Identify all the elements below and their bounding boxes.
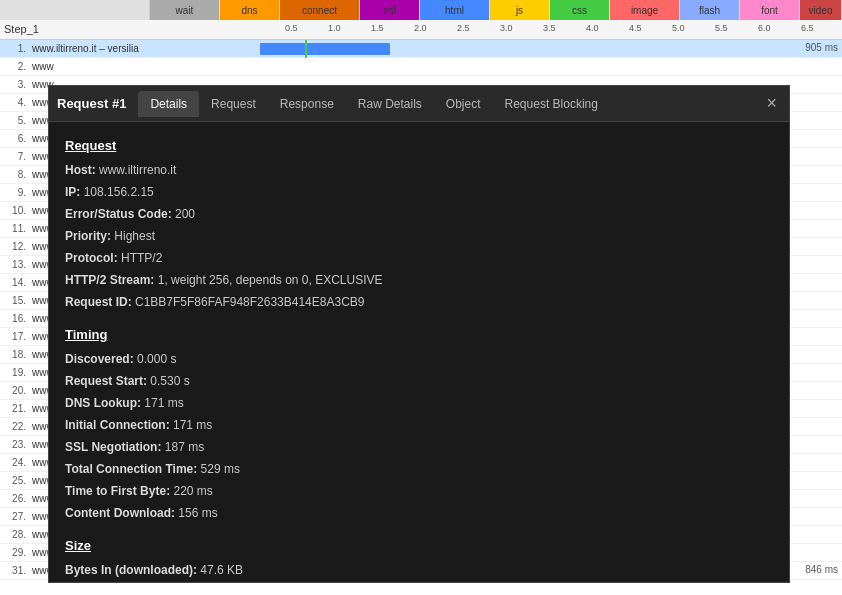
timescale-tick: 2.5: [457, 23, 470, 33]
timing-label: 846 ms: [805, 564, 838, 575]
row-number: 22.: [0, 421, 30, 432]
row-number: 4.: [0, 97, 30, 108]
type-segment-image: image: [610, 0, 680, 20]
row-number: 1.: [0, 43, 30, 54]
row-number: 28.: [0, 529, 30, 540]
modal-close-button[interactable]: ×: [762, 93, 781, 114]
row-number: 8.: [0, 169, 30, 180]
detail-value: HTTP/2: [121, 251, 162, 265]
detail-label: Content Download:: [65, 506, 178, 520]
row-number: 26.: [0, 493, 30, 504]
detail-row: IP: 108.156.2.15: [65, 183, 773, 201]
row-number: 5.: [0, 115, 30, 126]
timescale-tick: 5.0: [672, 23, 685, 33]
modal-tab-object[interactable]: Object: [434, 91, 493, 117]
size-section-title: Size: [65, 538, 773, 553]
row-number: 7.: [0, 151, 30, 162]
row-number: 13.: [0, 259, 30, 270]
type-segment-wait: wait: [150, 0, 220, 20]
modal-body[interactable]: Request Host: www.iltirreno.itIP: 108.15…: [49, 122, 789, 582]
detail-label: Error/Status Code:: [65, 207, 175, 221]
row-number: 2.: [0, 61, 30, 72]
type-segment-video: video: [800, 0, 842, 20]
detail-value: 108.156.2.15: [84, 185, 154, 199]
detail-value: www.iltirreno.it: [99, 163, 176, 177]
type-segment-font: font: [740, 0, 800, 20]
row-number: 21.: [0, 403, 30, 414]
row-number: 18.: [0, 349, 30, 360]
row-number: 9.: [0, 187, 30, 198]
row-number: 23.: [0, 439, 30, 450]
detail-value: 0.530 s: [150, 374, 189, 388]
detail-label: Bytes In (downloaded):: [65, 563, 200, 577]
detail-row: Content Download: 156 ms: [65, 504, 773, 522]
detail-label: Priority:: [65, 229, 114, 243]
detail-row: Priority: Highest: [65, 227, 773, 245]
detail-value: 171 ms: [173, 418, 212, 432]
modal-header: Request #1 DetailsRequestResponseRaw Det…: [49, 86, 789, 122]
detail-label: Initial Connection:: [65, 418, 173, 432]
detail-row: Time to First Byte: 220 ms: [65, 482, 773, 500]
modal-tab-raw-details[interactable]: Raw Details: [346, 91, 434, 117]
detail-label: Time to First Byte:: [65, 484, 173, 498]
timescale-tick: 4.5: [629, 23, 642, 33]
detail-row: Bytes In (downloaded): 47.6 KB: [65, 561, 773, 579]
detail-label: DNS Lookup:: [65, 396, 144, 410]
timescale-row: Step_1 0.51.01.52.02.53.03.54.04.55.05.5…: [0, 20, 842, 40]
detail-label: IP:: [65, 185, 84, 199]
modal-tab-details[interactable]: Details: [138, 91, 199, 117]
detail-value: 220 ms: [173, 484, 212, 498]
modal-tab-response[interactable]: Response: [268, 91, 346, 117]
type-bar: waitdnsconnectsslhtmljscssimageflashfont…: [0, 0, 842, 20]
row-name: www.iltirreno.it – versilia: [30, 43, 240, 54]
timescale-tick: 6.0: [758, 23, 771, 33]
detail-value: 200: [175, 207, 195, 221]
step-label: Step_1: [0, 20, 242, 39]
detail-label: Total Connection Time:: [65, 462, 201, 476]
detail-label: Request Start:: [65, 374, 150, 388]
row-name: www: [30, 61, 240, 72]
modal-tab-request[interactable]: Request: [199, 91, 268, 117]
detail-row: HTTP/2 Stream: 1, weight 256, depends on…: [65, 271, 773, 289]
row-number: 19.: [0, 367, 30, 378]
timescale-tick: 5.5: [715, 23, 728, 33]
row-number: 6.: [0, 133, 30, 144]
timescale-tick: 6.5: [801, 23, 814, 33]
row-number: 12.: [0, 241, 30, 252]
detail-row: Request ID: C1BB7F5F86FAF948F2633B414E8A…: [65, 293, 773, 311]
detail-row: Protocol: HTTP/2: [65, 249, 773, 267]
detail-row: Request Start: 0.530 s: [65, 372, 773, 390]
detail-value: 1, weight 256, depends on 0, EXCLUSIVE: [158, 273, 383, 287]
table-row[interactable]: 2.www: [0, 58, 842, 76]
detail-label: SSL Negotiation:: [65, 440, 165, 454]
row-number: 29.: [0, 547, 30, 558]
table-row[interactable]: 1.www.iltirreno.it – versilia905 ms: [0, 40, 842, 58]
row-number: 15.: [0, 295, 30, 306]
row-number: 20.: [0, 385, 30, 396]
row-number: 24.: [0, 457, 30, 468]
detail-row: SSL Negotiation: 187 ms: [65, 438, 773, 456]
request-section-title: Request: [65, 138, 773, 153]
type-segment-flash: flash: [680, 0, 740, 20]
detail-label: HTTP/2 Stream:: [65, 273, 158, 287]
detail-value: C1BB7F5F86FAF948F2633B414E8A3CB9: [135, 295, 364, 309]
timing-label: 905 ms: [805, 42, 838, 53]
row-number: 31.: [0, 565, 30, 576]
row-number: 25.: [0, 475, 30, 486]
modal-title: Request #1: [57, 96, 126, 111]
detail-label: Host:: [65, 163, 99, 177]
detail-row: Total Connection Time: 529 ms: [65, 460, 773, 478]
row-number: 14.: [0, 277, 30, 288]
type-segment-connect: connect: [280, 0, 360, 20]
type-segment-html: html: [420, 0, 490, 20]
modal-tabs: DetailsRequestResponseRaw DetailsObjectR…: [138, 91, 762, 117]
type-segment-css: css: [550, 0, 610, 20]
detail-row: DNS Lookup: 171 ms: [65, 394, 773, 412]
detail-value: Highest: [114, 229, 155, 243]
modal-tab-request-blocking[interactable]: Request Blocking: [493, 91, 610, 117]
row-number: 27.: [0, 511, 30, 522]
timescale-tick: 2.0: [414, 23, 427, 33]
detail-label: Request ID:: [65, 295, 135, 309]
row-bar-area: [240, 58, 842, 75]
detail-row: Host: www.iltirreno.it: [65, 161, 773, 179]
